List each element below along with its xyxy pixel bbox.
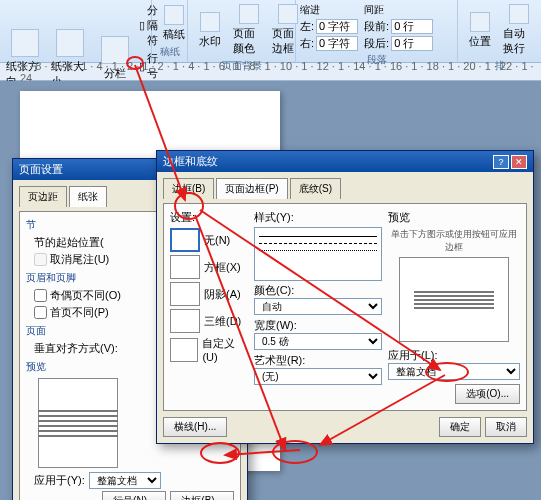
preview-box [38, 378, 118, 468]
space-before-input[interactable]: 0 行 [391, 19, 433, 34]
odd-even-check[interactable] [34, 289, 47, 302]
space-after-input[interactable]: 0 行 [391, 36, 433, 51]
indent-left-input[interactable]: 0 字符 [316, 19, 358, 34]
art-label: 艺术型(R): [254, 353, 382, 368]
borders-shading-dialog: 边框和底纹 ? ✕ 边框(B) 页面边框(P) 底纹(S) 设置: 无(N) 方… [156, 150, 534, 444]
indent-right-input[interactable]: 0 字符 [316, 36, 358, 51]
style-list[interactable] [254, 227, 382, 281]
setting-custom[interactable]: 自定义(U) [170, 336, 248, 363]
ribbon: 纸张方向 纸张大小 分栏 ▯分隔符 ▯行号 ▯断字 页面设置 稿纸 稿纸 水印 … [0, 0, 541, 63]
ok-button[interactable]: 确定 [439, 417, 481, 437]
page-borders-icon [278, 4, 298, 24]
page-color-button[interactable]: 页面颜色 [231, 2, 267, 58]
help-icon[interactable]: ? [493, 155, 509, 169]
manuscript-icon [164, 5, 184, 25]
position-icon [470, 12, 490, 32]
setting-none[interactable]: 无(N) [170, 228, 248, 252]
first-page-check[interactable] [34, 306, 47, 319]
wrap-text-button[interactable]: 自动换行 [501, 2, 537, 58]
borders-button[interactable]: 边框(B)... [170, 491, 234, 500]
preview-label: 预览 [388, 210, 520, 225]
annotation-circle [126, 56, 144, 70]
annotation-circle [425, 362, 469, 382]
tab-paper[interactable]: 纸张 [69, 186, 107, 207]
suppress-endnotes-check [34, 253, 47, 266]
art-select[interactable]: (无) [254, 368, 382, 385]
page-color-icon [239, 4, 259, 24]
setting-3d[interactable]: 三维(D) [170, 309, 248, 333]
color-select[interactable]: 自动 [254, 298, 382, 315]
annotation-circle [200, 442, 240, 464]
preview-box [399, 257, 509, 342]
cancel-button[interactable]: 取消 [485, 417, 527, 437]
annotation-circle [174, 192, 204, 220]
setting-shadow[interactable]: 阴影(A) [170, 282, 248, 306]
watermark-button[interactable]: 水印 [192, 10, 228, 51]
manuscript-button[interactable]: 稿纸 [156, 3, 192, 44]
options-button[interactable]: 选项(O)... [455, 384, 520, 404]
ruler: 1 · 8 · 1 · 6 · 1 · 4 · 1 · 2 · 1 · 2 · … [0, 63, 541, 81]
width-label: 宽度(W): [254, 318, 382, 333]
horizontal-line-button[interactable]: 横线(H)... [163, 417, 227, 437]
tab-shading[interactable]: 底纹(S) [290, 178, 341, 199]
watermark-icon [200, 12, 220, 32]
style-label: 样式(Y): [254, 210, 382, 225]
spacing-label: 间距 [364, 2, 433, 18]
setting-box[interactable]: 方框(X) [170, 255, 248, 279]
size-icon [56, 29, 84, 57]
tab-page-border[interactable]: 页面边框(P) [216, 178, 287, 199]
line-numbers-button[interactable]: 行号(N)... [102, 491, 166, 500]
wrap-icon [509, 4, 529, 24]
group-label: 稿纸 [156, 44, 183, 60]
indent-label: 缩进 [300, 2, 358, 18]
tab-margins[interactable]: 页边距 [19, 186, 67, 207]
annotation-circle [272, 440, 318, 464]
close-icon[interactable]: ✕ [511, 155, 527, 169]
preview-hint: 单击下方图示或使用按钮可应用边框 [388, 228, 520, 254]
width-select[interactable]: 0.5 磅 [254, 333, 382, 350]
color-label: 颜色(C): [254, 283, 382, 298]
position-button[interactable]: 位置 [462, 10, 498, 51]
orientation-icon [11, 29, 39, 57]
dialog-titlebar[interactable]: 边框和底纹 ? ✕ [157, 151, 533, 172]
apply-to-select[interactable]: 整篇文档 [89, 472, 161, 489]
